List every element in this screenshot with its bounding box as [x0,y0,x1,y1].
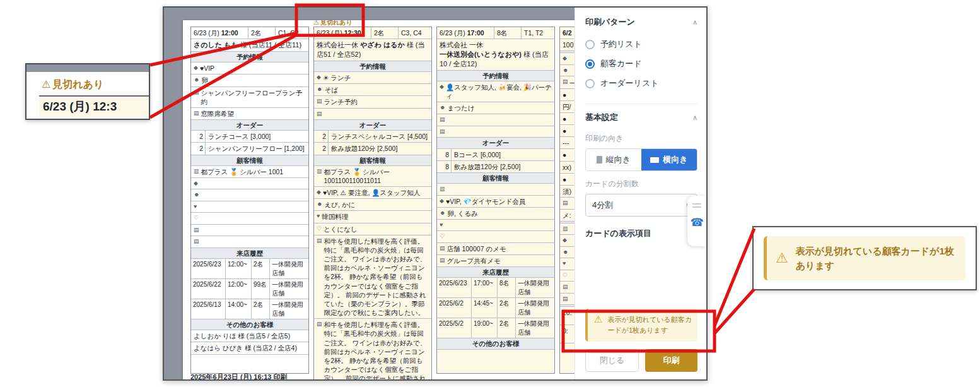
row-text: そば [324,85,338,94]
memo-icon: ▤ [440,256,445,265]
company-name: 株式会社 一休 [440,41,483,49]
card-info-row: ☻卵, くるみ [437,208,554,220]
section-header: 顧客情報 [191,155,308,166]
reservation-time: 12:00 [221,29,238,37]
memo-icon: ▤ [563,283,568,292]
card-info-row: ♡ [437,231,554,243]
dislike-icon: ♡ [194,214,199,223]
order-name: ランチスペシャルコース [4,500] [329,131,431,142]
card-info-row: ◆ [560,235,576,247]
visit-history-cell: 2025/6/2 [437,298,472,318]
card-info-row: ▤和牛を使用した料理を高く評価。特に「黒毛和牛の炭火焼」は毎回ご注文。 ワインは… [314,319,431,379]
basic-settings-title: 基本設定 [585,112,618,123]
row-text: ● [563,114,566,123]
print-pattern-option-2[interactable]: 顧客カード [585,58,697,69]
card-info-row: ▥都プラス 🏅 シルバー 1001100110011011 [314,166,431,187]
guest-name-row: さのした もも 様 (当店11 / 全店11) [191,39,308,52]
card-info-row: ◆ [560,53,576,65]
visit-history-cell: 一休開発用店舗 [516,298,554,318]
callout-backdrop-strip [26,64,149,72]
order-qty: 8 [437,161,452,172]
annotation-leader-line [715,229,754,326]
guest-suffix-and-counts: 様 (当店11 / 全店11) [238,41,301,49]
card-split-select[interactable]: 4分割 ∨ [585,194,697,217]
memo-icon: ▤ [440,244,445,253]
card-split-label: カードの分割数 [585,179,697,189]
visit-history-cell: 2名 [498,318,516,338]
customer-card-3: 6/23 (月) 17:008名T1, T2株式会社 一休一休送別会(いとうなお… [436,27,555,379]
face-icon: ☻ [440,104,445,112]
reservation-time: 17:00 [467,29,484,37]
print-timestamp: 2025年6月23日 (月) 16:13 印刷 [190,372,287,379]
visit-history-cell: 12:00~ [226,279,252,299]
order-qty: 2 [191,131,206,142]
customer-card: 6/2100◆☻▤—●円/●●---●xx)●須)▤メ:▥◆☻♥♡▤▤20:0: [559,27,576,374]
card-icon: ▥ [563,225,568,234]
card-info-row: ▤ [314,109,431,121]
order-qty: 2 [314,131,329,142]
row-text: 和牛を使用した料理を高く評価。特に「黒毛和牛の炭火焼」は毎回ご注文。 ワインは赤… [324,320,429,379]
visit-history-cell: 99名 [252,279,270,299]
card-info-row: ☻ [560,65,576,77]
card-info-row: ▤ [560,198,576,210]
order-qty: 8 [437,149,452,160]
card-info-row: ▤ [560,294,576,306]
overflow-warning-banner-zoomed: ⚠ 表示が見切れている顧客カードが1枚あります [764,236,965,281]
print-pattern-title: 印刷パターン [585,16,635,28]
card-header-row: 6/23 (月) 12:002名C1, C2 [191,27,308,39]
memo-icon: ▤ [563,78,568,86]
card-header-row: 6/23 (月) 12:302名C3, C4 [314,27,431,39]
visit-history-cell: 17:00~ [472,278,498,297]
card-info-row: 100 [560,39,576,51]
print-pattern-option-3[interactable]: オーダーリスト [585,78,697,89]
card-info-row: ▤— [560,76,576,88]
warning-triangle-icon: ⚠ [776,251,788,265]
customer-cards-row: 6/23 (月) 12:002名C1, C2さのした もも 様 (当店11 / … [183,20,576,379]
reservation-time: 12:30 [344,29,361,37]
phone-support-widget[interactable]: ☎ [687,196,706,246]
section-header: その他のお客様 [437,338,554,349]
guest-name: さのした もも [194,41,238,49]
collapse-chevron-up-icon[interactable]: ∧ [692,18,697,27]
face-icon: ☻ [317,200,322,209]
row-text: ♥VIP [200,64,214,73]
row-text: 円/ [563,102,571,111]
card-info-row: ♡ [560,270,576,282]
dislike-icon: ♡ [440,232,445,241]
card-info-row: ▥都プラス 🏅 シルバー 1001 [191,166,308,178]
customer-card: 6/23 (月) 12:302名C3, C4株式会社一休 やざわ はるか 様 (… [313,27,432,379]
order-name: Bコース [6,000] [452,149,554,160]
portrait-button[interactable]: 縦向き [586,149,641,170]
row-text: 👤スタッフ知人, 🍻宴会, 🎉パーティ [446,83,552,100]
card-info-row: ▥ [560,223,576,235]
row-text: ● [563,126,566,135]
visit-history-cell: 一休開発用店舗 [270,279,308,299]
visit-history-cell: 2025/6/13 [191,299,226,319]
row-text: 和牛を使用した料理を高く評価。特に「黒毛和牛の炭火焼」は毎回ご注文。 ワインは赤… [324,237,429,318]
visit-history-cell: 一休開発用店舗 [270,299,308,319]
visit-history-cell: 2025/5/2 [437,318,472,338]
drag-handle-icon [692,203,701,205]
card-info-row: xx) [560,162,576,174]
visit-history-cell: 19:00~ [472,318,498,338]
row-text: ☀ ランチ [323,73,351,82]
other-guest-name: よしおか りほ 様 (当店5 / 全店5) [194,331,290,340]
phone-icon: ☎ [690,216,703,229]
visit-history-cell: 2025/6/23 [191,259,226,278]
visit-history-cell: 2025/6/23 [437,278,472,297]
dislike-icon: ♡ [563,271,568,280]
print-button[interactable]: 印刷 [645,349,697,372]
landscape-button[interactable]: 横向き [641,149,697,170]
card-header-row: 6/23 (月) 17:008名T1, T2 [437,27,554,39]
tag-icon: ◆ [563,236,567,245]
customer-card: 6/23 (月) 12:002名C1, C2さのした もも 様 (当店11 / … [190,27,309,374]
close-button[interactable]: 閉じる [585,349,639,372]
memo-icon: ▤ [440,116,445,124]
print-pattern-option-1[interactable]: 予約リスト [585,39,697,50]
collapse-chevron-up-icon[interactable]: ∧ [692,114,697,122]
card-filler [437,350,554,373]
section-header: オーダー [437,138,554,148]
card-icon: ▥ [317,167,322,176]
face-icon: ☻ [563,66,568,75]
portrait-icon [597,156,602,164]
